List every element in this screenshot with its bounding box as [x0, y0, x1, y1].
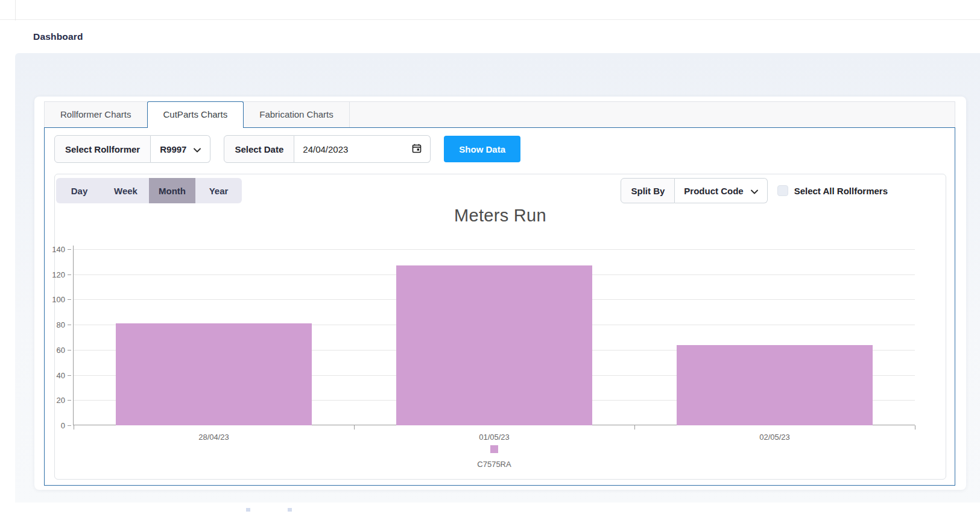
date-group: Select Date 24/04/2023 — [224, 135, 431, 163]
period-button-week[interactable]: Week — [103, 178, 149, 203]
split-by-value: Product Code — [684, 186, 743, 196]
charts-card: Rollformer Charts CutParts Charts Fabric… — [34, 97, 966, 490]
y-axis-tick — [68, 274, 71, 275]
chart-tabs: Rollformer Charts CutParts Charts Fabric… — [44, 101, 955, 127]
legend-swatch — [490, 445, 498, 453]
tab-rollformer-charts[interactable]: Rollformer Charts — [45, 102, 148, 127]
y-axis-tick — [68, 249, 71, 250]
split-by-group: Split By Product Code — [621, 178, 767, 203]
date-label: Select Date — [224, 135, 294, 163]
y-axis-label: 120 — [52, 270, 65, 279]
page-title: Dashboard — [33, 31, 83, 42]
bar-02/05/23[interactable] — [677, 345, 873, 425]
y-axis-tick — [68, 350, 71, 351]
y-axis-label: 80 — [57, 320, 65, 329]
date-input[interactable]: 24/04/2023 — [294, 135, 431, 163]
toolbar-right: Split By Product Code Select All Rollfor… — [621, 178, 888, 203]
gridline — [74, 249, 915, 250]
bar-01/05/23[interactable] — [396, 265, 593, 425]
page-header: Dashboard — [0, 21, 980, 53]
chevron-down-icon — [751, 186, 758, 196]
rollformer-value: R9997 — [160, 144, 186, 154]
y-axis-tick — [68, 375, 71, 376]
x-axis-label: 02/05/23 — [759, 433, 790, 442]
y-axis-label: 0 — [61, 421, 65, 430]
y-axis-label: 20 — [57, 396, 65, 405]
select-all-label: Select All Rollformers — [794, 186, 888, 196]
x-axis-tick — [74, 425, 74, 430]
y-axis-tick — [68, 425, 71, 426]
calendar-icon[interactable] — [412, 144, 422, 155]
rollformer-select[interactable]: R9997 — [151, 135, 210, 163]
split-by-select[interactable]: Product Code — [675, 178, 767, 203]
period-button-year[interactable]: Year — [195, 178, 242, 203]
rollformer-label: Select Rollformer — [54, 135, 151, 163]
legend-label: C7575RA — [74, 460, 915, 469]
x-axis-tick — [634, 425, 635, 430]
bar-chart-plot: 02040608010012014028/04/2301/05/2302/05/… — [74, 249, 915, 425]
y-axis-label: 140 — [52, 245, 65, 254]
x-axis-label: 28/04/23 — [198, 433, 229, 442]
y-axis-label: 40 — [57, 370, 65, 379]
y-axis-tick — [68, 400, 71, 401]
cutoff-fragment — [288, 508, 292, 512]
x-axis-label: 01/05/23 — [479, 433, 510, 442]
x-axis-tick — [915, 425, 915, 430]
period-button-day[interactable]: Day — [56, 178, 103, 203]
y-axis-line — [73, 246, 74, 425]
chart-toolbar: DayWeekMonthYear Split By Product Code — [56, 178, 946, 203]
period-button-month[interactable]: Month — [149, 178, 195, 203]
select-all-checkbox[interactable] — [777, 185, 788, 196]
top-strip — [0, 0, 980, 20]
x-axis-tick — [354, 425, 355, 430]
bar-28/04/23[interactable] — [116, 323, 312, 425]
y-axis-tick — [68, 299, 71, 300]
tab-panel: Select Rollformer R9997 Select Date 24/0… — [44, 127, 955, 486]
cutoff-fragment — [246, 508, 250, 512]
y-axis-tick — [68, 325, 71, 325]
period-button-group: DayWeekMonthYear — [56, 178, 242, 203]
select-all-wrap: Select All Rollformers — [777, 185, 888, 196]
chart-legend[interactable]: C7575RA — [74, 445, 915, 469]
chart-title: Meters Run — [55, 206, 946, 226]
tab-cutparts-charts[interactable]: CutParts Charts — [147, 101, 244, 128]
show-data-button[interactable]: Show Data — [444, 136, 520, 162]
y-axis-label: 60 — [57, 345, 65, 354]
chart-container: DayWeekMonthYear Split By Product Code — [54, 174, 946, 480]
y-axis-label: 100 — [52, 295, 65, 304]
controls-row: Select Rollformer R9997 Select Date 24/0… — [54, 135, 520, 163]
date-value: 24/04/2023 — [303, 144, 348, 154]
chevron-down-icon — [194, 144, 201, 154]
tab-fabrication-charts[interactable]: Fabrication Charts — [244, 102, 350, 127]
split-by-label: Split By — [621, 178, 675, 203]
rollformer-group: Select Rollformer R9997 — [54, 135, 210, 163]
